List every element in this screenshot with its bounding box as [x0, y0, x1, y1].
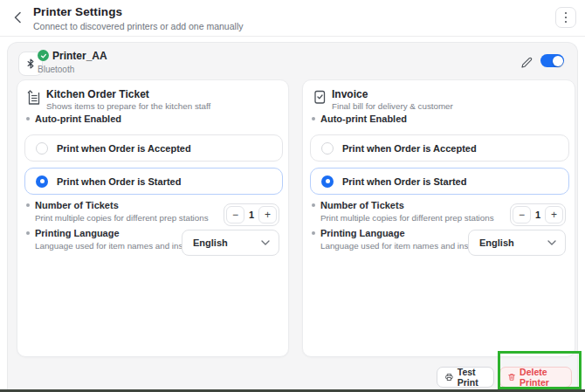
- auto-print-label: Auto-print Enabled: [320, 113, 407, 124]
- increment-button[interactable]: +: [545, 206, 563, 224]
- ticket-count-value: 1: [533, 210, 543, 220]
- bullet-dot: [26, 117, 30, 120]
- language-value: English: [479, 237, 547, 248]
- tickets-label: Number of Tickets: [35, 200, 119, 210]
- tickets-description: Print multiple copies for different prep…: [35, 213, 209, 223]
- auto-print-label: Auto-print Enabled: [35, 113, 121, 124]
- option-label: Print when Order is Started: [57, 176, 181, 187]
- page-header: Printer Settings Connect to discovered p…: [0, 0, 585, 37]
- option-print-when-started[interactable]: Print when Order is Started: [24, 168, 283, 195]
- printer-card: Printer_AA Bluetooth Kitchen Order Ticke…: [7, 42, 578, 392]
- language-dropdown[interactable]: English: [182, 230, 279, 256]
- bullet-dot: [26, 203, 30, 207]
- kebab-menu-icon: [565, 11, 568, 24]
- delete-printer-button[interactable]: Delete Printer: [499, 367, 572, 388]
- radio-unchecked-icon[interactable]: [36, 142, 48, 155]
- radio-unchecked-icon[interactable]: [321, 142, 334, 155]
- panel-invoice: Invoice Final bill for delivery & custom…: [302, 79, 575, 357]
- decrement-button[interactable]: −: [513, 206, 531, 224]
- tickets-label-row: Number of Tickets: [312, 200, 404, 210]
- radio-checked-icon[interactable]: [321, 175, 334, 188]
- option-label: Print when Order is Accepted: [342, 143, 477, 154]
- delete-printer-label: Delete Printer: [520, 367, 563, 388]
- panel-subtitle: Shows items to prepare for the kitchen s…: [46, 101, 210, 111]
- page-subtitle: Connect to discovered printers or add on…: [33, 21, 243, 31]
- language-label: Printing Language: [35, 228, 120, 238]
- printer-enabled-toggle[interactable]: [540, 54, 564, 67]
- test-print-button[interactable]: Test Print: [437, 367, 494, 388]
- panel-kitchen-order-ticket: Kitchen Order Ticket Shows items to prep…: [17, 79, 289, 357]
- bullet-dot: [312, 231, 315, 235]
- kitchen-ticket-icon: [25, 88, 43, 107]
- radio-checked-icon[interactable]: [36, 175, 48, 188]
- ticket-count-stepper: − 1 +: [224, 203, 279, 226]
- language-label-row: Printing Language: [312, 228, 405, 238]
- language-label-row: Printing Language: [26, 228, 120, 238]
- option-print-when-started[interactable]: Print when Order is Started: [310, 168, 569, 195]
- bullet-dot: [312, 117, 315, 120]
- invoice-icon: [311, 88, 328, 107]
- bullet-dot: [26, 231, 30, 235]
- tickets-description: Print multiple copies for different prep…: [320, 213, 494, 223]
- back-button[interactable]: [8, 8, 27, 27]
- language-label: Printing Language: [320, 228, 405, 238]
- bullet-dot: [312, 203, 315, 207]
- ticket-count-value: 1: [246, 210, 257, 220]
- decrement-button[interactable]: −: [226, 206, 244, 224]
- bluetooth-icon: [26, 58, 35, 70]
- toggle-knob: [553, 56, 563, 66]
- ticket-count-stepper: − 1 +: [510, 203, 566, 226]
- language-dropdown[interactable]: English: [468, 230, 566, 256]
- option-print-when-accepted[interactable]: Print when Order is Accepted: [310, 134, 569, 162]
- language-value: English: [193, 237, 261, 248]
- chevron-left-icon: [13, 11, 23, 24]
- auto-print-label-row: Auto-print Enabled: [312, 113, 407, 124]
- panel-title: Invoice: [332, 88, 368, 100]
- printer-connection-type: Bluetooth: [38, 65, 74, 74]
- chevron-down-icon: [547, 240, 556, 245]
- panel-subtitle: Final bill for delivery & customer: [332, 101, 453, 111]
- option-label: Print when Order is Accepted: [57, 143, 191, 154]
- more-options-button[interactable]: [555, 7, 576, 28]
- option-print-when-accepted[interactable]: Print when Order is Accepted: [24, 134, 283, 162]
- connected-check-icon: [38, 50, 49, 61]
- increment-button[interactable]: +: [258, 206, 277, 224]
- tickets-label: Number of Tickets: [320, 200, 404, 210]
- tickets-label-row: Number of Tickets: [26, 200, 119, 210]
- auto-print-label-row: Auto-print Enabled: [26, 113, 121, 124]
- edit-printer-button[interactable]: [519, 54, 534, 70]
- trash-icon: [508, 372, 515, 382]
- chevron-down-icon: [261, 240, 270, 245]
- option-label: Print when Order is Started: [342, 176, 466, 187]
- panel-title: Kitchen Order Ticket: [46, 88, 149, 100]
- pencil-icon: [520, 56, 533, 69]
- test-print-label: Test Print: [458, 367, 485, 388]
- printer-icon: [445, 372, 453, 382]
- page-title: Printer Settings: [33, 5, 122, 18]
- printer-name: Printer_AA: [52, 50, 107, 62]
